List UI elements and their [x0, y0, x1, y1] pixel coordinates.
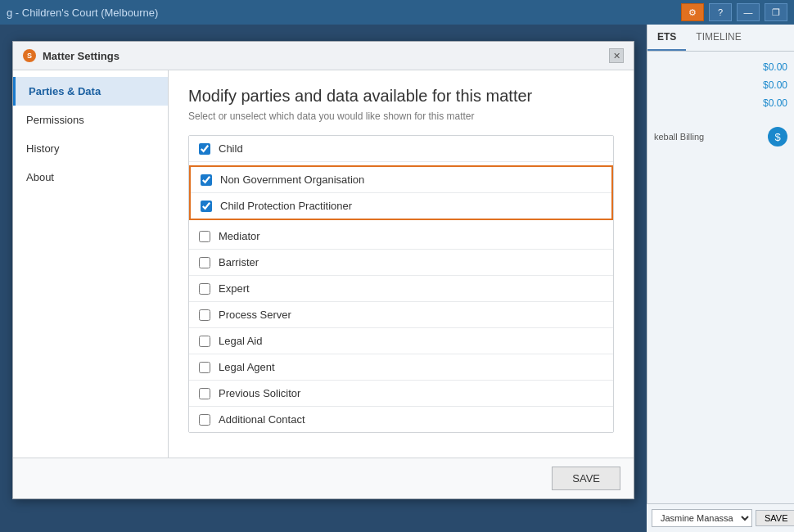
list-item-ngo: Non Government Organisation	[191, 167, 611, 193]
amount-1: $0.00	[654, 58, 787, 76]
dialog-footer: SAVE	[13, 458, 634, 498]
checkbox-legal-aid[interactable]	[199, 336, 210, 347]
right-panel-tabs: ETS TIMELINE	[647, 25, 794, 52]
checkbox-list: Child Non Government Organisation Child …	[188, 135, 614, 433]
right-bottom: Jasmine Manassa SAVE	[647, 503, 794, 532]
label-additional-contact: Additional Contact	[219, 413, 305, 426]
list-item-previous-solicitor: Previous Solicitor	[189, 381, 613, 407]
nav-item-permissions[interactable]: Permissions	[13, 106, 168, 134]
nav-item-history[interactable]: History	[13, 134, 168, 163]
nav-item-parties[interactable]: Parties & Data	[13, 77, 168, 106]
dialog-titlebar-left: S Matter Settings	[23, 49, 120, 62]
restore-button[interactable]: ❐	[765, 3, 787, 21]
label-legal-agent: Legal Agent	[219, 361, 275, 373]
label-cpp: Child Protection Practitioner	[220, 200, 352, 212]
label-previous-solicitor: Previous Solicitor	[219, 387, 300, 399]
amounts-section: $0.00 $0.00 $0.00	[647, 52, 794, 119]
billing-icon[interactable]: $	[768, 127, 787, 147]
checkbox-process-server[interactable]	[199, 309, 210, 321]
tab-ets[interactable]: ETS	[647, 25, 686, 51]
checkbox-barrister[interactable]	[199, 257, 210, 268]
dialog-titlebar: S Matter Settings ✕	[13, 42, 634, 70]
label-child: Child	[219, 142, 243, 155]
label-ngo: Non Government Organisation	[220, 174, 364, 186]
dialog-close-button[interactable]: ✕	[609, 48, 624, 63]
modal-overlay: S Matter Settings ✕ Parties & Data Permi…	[0, 25, 647, 532]
checkbox-ngo[interactable]	[201, 174, 212, 186]
dialog-body: Parties & Data Permissions History About…	[13, 70, 634, 458]
checkbox-legal-agent[interactable]	[199, 362, 210, 373]
checkbox-cpp[interactable]	[201, 201, 212, 212]
list-item-cpp: Child Protection Practitioner	[191, 193, 611, 219]
amount-2: $0.00	[654, 76, 787, 94]
minimize-button[interactable]: —	[737, 3, 760, 21]
list-item-process-server: Process Server	[189, 302, 613, 328]
checkbox-previous-solicitor[interactable]	[199, 388, 210, 399]
list-item-expert: Expert	[189, 276, 613, 302]
title-bar: g - Children's Court (Melbourne) ⚙ ? — ❐	[0, 0, 794, 25]
save-button-right[interactable]: SAVE	[756, 510, 794, 526]
dialog-title: Matter Settings	[43, 50, 120, 62]
highlighted-group: Non Government Organisation Child Protec…	[189, 165, 613, 220]
content-heading: Modify parties and data available for th…	[188, 87, 614, 106]
tab-timeline[interactable]: TIMELINE	[686, 25, 751, 51]
dialog-icon: S	[23, 49, 36, 62]
app-area: ETS TIMELINE $0.00 $0.00 $0.00 keball Bi…	[0, 25, 794, 532]
list-item-legal-aid: Legal Aid	[189, 328, 613, 354]
matter-settings-dialog: S Matter Settings ✕ Parties & Data Permi…	[12, 41, 634, 499]
nav-item-about[interactable]: About	[13, 163, 168, 192]
list-item-additional-contact: Additional Contact	[189, 407, 613, 432]
right-panel: ETS TIMELINE $0.00 $0.00 $0.00 keball Bi…	[647, 25, 794, 532]
list-item-child: Child	[189, 136, 613, 162]
label-legal-aid: Legal Aid	[219, 335, 263, 347]
billing-row: keball Billing $	[647, 122, 794, 151]
dialog-content: Modify parties and data available for th…	[169, 70, 634, 458]
checkbox-additional-contact[interactable]	[199, 414, 210, 426]
title-bar-controls: ⚙ ? — ❐	[681, 3, 787, 21]
billing-label: keball Billing	[654, 132, 704, 142]
list-item-barrister: Barrister	[189, 250, 613, 276]
label-barrister: Barrister	[219, 256, 259, 268]
content-subheading: Select or unselect which data you would …	[188, 110, 614, 122]
help-button[interactable]: ?	[709, 3, 732, 21]
label-process-server: Process Server	[219, 309, 291, 321]
user-select[interactable]: Jasmine Manassa	[652, 509, 752, 527]
gear-button[interactable]: ⚙	[681, 3, 704, 21]
list-item-mediator: Mediator	[189, 223, 613, 250]
checkbox-child[interactable]	[199, 143, 210, 155]
label-expert: Expert	[219, 282, 250, 295]
checkbox-expert[interactable]	[199, 283, 210, 295]
list-item-legal-agent: Legal Agent	[189, 354, 613, 381]
label-mediator: Mediator	[219, 230, 260, 242]
amount-3: $0.00	[654, 94, 787, 112]
dialog-nav: Parties & Data Permissions History About	[13, 70, 169, 458]
app-title: g - Children's Court (Melbourne)	[7, 7, 158, 19]
checkbox-mediator[interactable]	[199, 231, 210, 242]
save-button[interactable]: SAVE	[552, 467, 620, 490]
